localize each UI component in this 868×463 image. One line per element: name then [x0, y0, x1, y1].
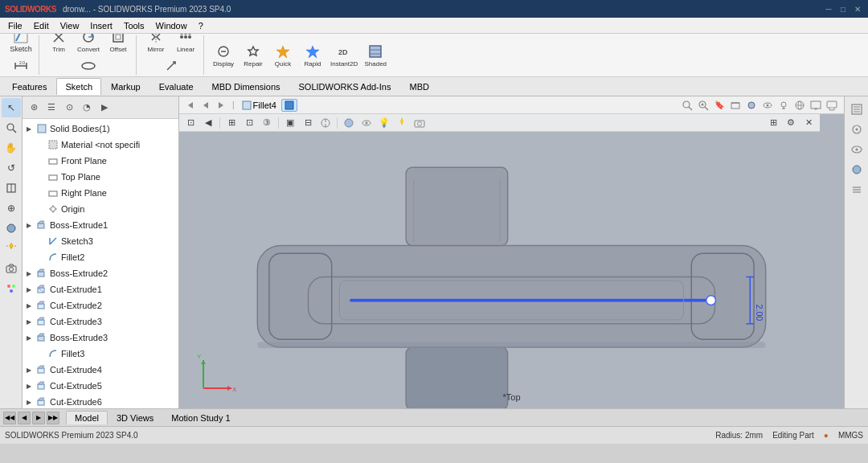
- convert-entities-button[interactable]: Convert: [74, 34, 103, 55]
- repair-sketch-button[interactable]: Repair: [239, 41, 268, 69]
- bottom-tab-model[interactable]: Model: [66, 411, 108, 424]
- sidebar-camera-icon[interactable]: [2, 259, 21, 278]
- smart-dimension-button[interactable]: 2.0 Smart: [6, 55, 35, 77]
- tree-item-boss-extrude3[interactable]: ▶ Boss-Extrude3: [23, 330, 178, 346]
- tree-item-right-plane[interactable]: Right Plane: [23, 185, 178, 201]
- panel-expand-btn[interactable]: ▶: [96, 100, 113, 116]
- expand-cut-extrude1[interactable]: ▶: [24, 285, 34, 294]
- tree-item-cut-extrude1[interactable]: ▶ Cut-Extrude1: [23, 281, 178, 297]
- tree-item-cut-extrude3[interactable]: ▶ Cut-Extrude3: [23, 313, 178, 330]
- expand-cut-extrude6[interactable]: ▶: [24, 397, 34, 407]
- expand-solid-bodies[interactable]: ▶: [24, 124, 34, 133]
- nav-first[interactable]: ◀◀: [3, 412, 16, 424]
- nav-next[interactable]: ▶: [32, 412, 45, 424]
- expand-cut-extrude3[interactable]: ▶: [24, 317, 34, 326]
- expand-boss-extrude1[interactable]: ▶: [24, 220, 34, 230]
- tree-item-boss-extrude1[interactable]: ▶ Boss-Extrude1: [23, 217, 178, 233]
- vp-camera[interactable]: [411, 116, 428, 130]
- expand-cut-extrude4[interactable]: ▶: [24, 365, 34, 375]
- menu-help[interactable]: ?: [194, 19, 208, 32]
- vp-view-orient[interactable]: ⊡: [241, 116, 257, 130]
- menu-insert[interactable]: Insert: [85, 19, 117, 32]
- vp-3d-views[interactable]: ③: [259, 116, 275, 130]
- search-btn-2[interactable]: [696, 98, 710, 113]
- tree-item-cut-extrude2[interactable]: ▶ Cut-Extrude2: [23, 297, 178, 313]
- restore-button[interactable]: □: [837, 3, 849, 14]
- globe-btn[interactable]: [792, 98, 807, 113]
- display-btn[interactable]: [809, 98, 823, 113]
- vp-zoom-to-fit[interactable]: ⊡: [182, 116, 199, 130]
- offset-entities-button[interactable]: Offset: [104, 34, 133, 55]
- sidebar-appearance-icon[interactable]: [2, 219, 21, 238]
- vp-scene[interactable]: [394, 116, 410, 130]
- vp-expand[interactable]: ⊞: [765, 116, 781, 130]
- path-back-btn2[interactable]: [199, 100, 212, 110]
- path-forward-btn[interactable]: [215, 100, 227, 110]
- bottom-tab-motion-study[interactable]: Motion Study 1: [162, 411, 239, 424]
- instant2d-button[interactable]: 2D Instant2D: [328, 41, 360, 69]
- right-feature-manager[interactable]: [847, 180, 866, 199]
- sidebar-magnify-icon[interactable]: ⊕: [2, 199, 21, 218]
- tree-item-cut-extrude4[interactable]: ▶ Cut-Extrude4: [23, 362, 178, 378]
- quick-snaps-button[interactable]: Quick: [268, 41, 297, 69]
- display-delete-button[interactable]: Display: [209, 41, 238, 69]
- tree-item-fillet2[interactable]: Fillet2: [23, 249, 178, 265]
- sidebar-scene-icon[interactable]: [2, 239, 21, 258]
- section-btn[interactable]: [728, 98, 743, 113]
- vp-lighting[interactable]: 💡: [376, 116, 392, 130]
- tab-sketch[interactable]: Sketch: [56, 78, 101, 95]
- tab-evaluate[interactable]: Evaluate: [150, 78, 203, 95]
- expand-cut-extrude2[interactable]: ▶: [24, 301, 34, 310]
- tree-item-material[interactable]: Material <not specifi: [23, 137, 178, 153]
- tree-item-cut-extrude5[interactable]: ▶ Cut-Extrude5: [23, 378, 178, 394]
- trim-entities-button[interactable]: Trim: [44, 34, 73, 55]
- vp-appearance[interactable]: [341, 116, 357, 130]
- monitor-btn[interactable]: [825, 98, 839, 113]
- sidebar-zoom-icon[interactable]: [2, 118, 21, 137]
- bookmark-btn[interactable]: 🔖: [712, 98, 727, 113]
- mirror-entities-button[interactable]: Mirror: [141, 34, 170, 55]
- vp-standard-views[interactable]: ⊞: [223, 116, 240, 130]
- tree-item-origin[interactable]: Origin: [23, 201, 178, 217]
- tab-solidworks-addins[interactable]: SOLIDWORKS Add-Ins: [290, 78, 400, 95]
- menu-file[interactable]: File: [3, 19, 27, 32]
- tab-markup[interactable]: Markup: [102, 78, 149, 95]
- path-active-item[interactable]: [281, 99, 297, 112]
- sidebar-select-icon[interactable]: ↖: [2, 98, 21, 117]
- right-display-manager[interactable]: [847, 140, 866, 159]
- expand-cut-extrude5[interactable]: ▶: [24, 381, 34, 391]
- panel-config-btn[interactable]: ⊙: [61, 100, 77, 116]
- vp-settings[interactable]: ⚙: [783, 116, 799, 130]
- viewport[interactable]: 2.00 X Y *Top: [179, 114, 844, 408]
- panel-filter-btn[interactable]: ⊛: [26, 100, 42, 116]
- offset-surface-button[interactable]: Offset On: [72, 55, 104, 77]
- linear-pattern-button[interactable]: Linear: [171, 34, 200, 55]
- expand-boss-extrude3[interactable]: ▶: [24, 333, 34, 342]
- appearance-btn[interactable]: [744, 98, 759, 113]
- vp-close[interactable]: ✕: [800, 116, 817, 130]
- vp-display-style[interactable]: ▣: [282, 116, 298, 130]
- minimize-button[interactable]: ─: [823, 3, 834, 14]
- lighting-btn[interactable]: [776, 98, 791, 113]
- menu-tools[interactable]: Tools: [119, 19, 149, 32]
- tree-item-boss-extrude2[interactable]: ▶ Boss-Extrude2: [23, 265, 178, 281]
- move-entities-button[interactable]: Move: [157, 55, 186, 77]
- tree-item-sketch3[interactable]: Sketch3: [23, 233, 178, 249]
- search-btn-1[interactable]: [680, 98, 694, 113]
- sketch-button[interactable]: Sketch: [6, 34, 35, 55]
- sidebar-color-icon[interactable]: [2, 279, 21, 298]
- sidebar-pan-icon[interactable]: ✋: [2, 138, 21, 158]
- menu-view[interactable]: View: [55, 19, 84, 32]
- tree-item-solid-bodies[interactable]: ▶ Solid Bodies(1): [23, 121, 178, 137]
- panel-pie-btn[interactable]: ◔: [79, 100, 95, 116]
- tree-item-front-plane[interactable]: Front Plane: [23, 153, 178, 169]
- expand-boss-extrude2[interactable]: ▶: [24, 268, 34, 278]
- tree-item-fillet3[interactable]: Fillet3: [23, 346, 178, 362]
- bottom-tab-3d-views[interactable]: 3D Views: [108, 411, 162, 424]
- vp-previous-view[interactable]: ◀: [200, 116, 216, 130]
- vp-view-settings[interactable]: [317, 116, 334, 130]
- menu-window[interactable]: Window: [151, 19, 192, 32]
- vp-hide-show[interactable]: [358, 116, 375, 130]
- menu-edit[interactable]: Edit: [29, 19, 54, 32]
- path-fillet4[interactable]: Fillet4: [240, 100, 279, 111]
